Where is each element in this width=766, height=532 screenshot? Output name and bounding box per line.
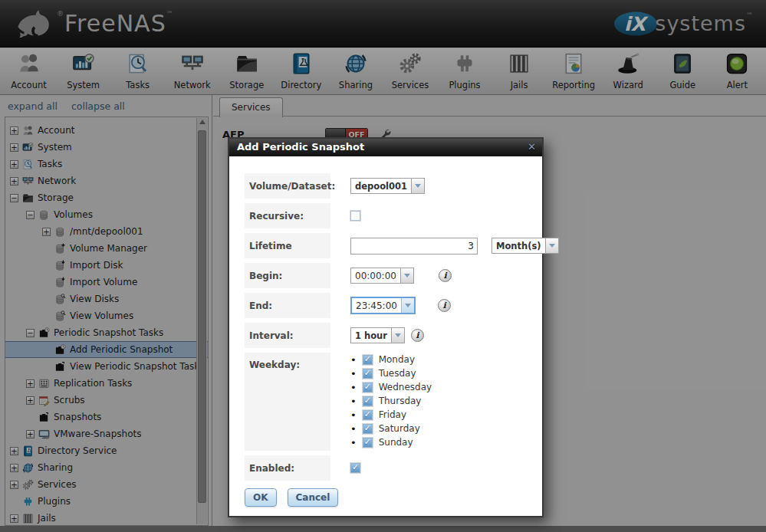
add-periodic-snapshot-dialog: Add Periodic Snapshot ✕ Volume/Dataset: … xyxy=(228,137,544,517)
dropdown-button[interactable] xyxy=(545,238,558,253)
begin-time-select[interactable]: 00:00:00 xyxy=(350,268,414,284)
dropdown-button[interactable] xyxy=(400,268,413,283)
bullet: • xyxy=(350,396,357,406)
weekday-list: •Monday•Tuesday•Wednesday•Thursday•Frida… xyxy=(350,354,432,451)
weekday-checkbox-tuesday[interactable] xyxy=(363,369,373,379)
selected-value: 1 hour xyxy=(351,328,391,343)
weekday-item-friday: •Friday xyxy=(350,409,432,420)
field-label: Enabled: xyxy=(245,455,330,481)
dropdown-button[interactable] xyxy=(411,179,424,193)
field-label: Begin: xyxy=(245,263,330,288)
field-row-lifetime: Lifetime Month(s) xyxy=(245,233,531,258)
info-icon[interactable]: i xyxy=(411,329,424,342)
field-label: End: xyxy=(245,293,330,318)
chevron-down-icon xyxy=(415,184,421,188)
bullet: • xyxy=(350,424,357,434)
bullet: • xyxy=(350,438,357,448)
weekday-label: Monday xyxy=(379,354,415,365)
chevron-down-icon xyxy=(395,333,401,337)
info-icon[interactable]: i xyxy=(439,269,452,282)
interval-select[interactable]: 1 hour xyxy=(350,327,405,343)
bullet: • xyxy=(350,383,357,392)
volume-dataset-select[interactable]: depool001 xyxy=(350,178,425,194)
ok-button[interactable]: OK xyxy=(245,488,277,507)
weekday-item-wednesday: •Wednesday xyxy=(350,382,432,392)
dialog-title: Add Periodic Snapshot xyxy=(237,141,364,153)
field-row-volume-dataset: Volume/Dataset: depool001 xyxy=(245,173,531,199)
dropdown-button[interactable] xyxy=(401,298,414,313)
end-time-select[interactable]: 23:45:00 xyxy=(350,297,416,314)
field-row-begin: Begin: 00:00:00 i xyxy=(245,263,531,288)
weekday-label: Friday xyxy=(379,409,406,420)
weekday-checkbox-sunday[interactable] xyxy=(363,438,373,448)
lifetime-input[interactable] xyxy=(350,238,478,255)
recursive-checkbox[interactable] xyxy=(350,211,360,221)
weekday-label: Wednesday xyxy=(379,382,432,392)
weekday-checkbox-friday[interactable] xyxy=(363,410,373,420)
chevron-down-icon xyxy=(549,244,555,248)
lifetime-unit-select[interactable]: Month(s) xyxy=(491,238,559,254)
weekday-item-tuesday: •Tuesday xyxy=(350,368,432,379)
field-label: Volume/Dataset: xyxy=(245,173,330,199)
field-label: Interval: xyxy=(245,323,330,348)
weekday-item-monday: •Monday xyxy=(350,354,432,365)
weekday-label: Thursday xyxy=(379,396,422,406)
field-row-end: End: 23:45:00 i xyxy=(245,293,531,318)
weekday-checkbox-wednesday[interactable] xyxy=(363,383,373,392)
freenas-app: ®FreeNAS™ iX systems™ AccountSystemTasks… xyxy=(0,0,766,532)
weekday-item-saturday: •Saturday xyxy=(350,423,432,434)
field-label: Recursive: xyxy=(245,203,330,228)
dialog-titlebar[interactable]: Add Periodic Snapshot ✕ xyxy=(229,139,542,156)
dialog-buttons: OK Cancel xyxy=(245,488,531,507)
field-row-interval: Interval: 1 hour i xyxy=(245,323,531,348)
enabled-checkbox[interactable] xyxy=(350,463,360,473)
chevron-down-icon xyxy=(405,304,411,307)
dialog-body: Volume/Dataset: depool001 Recursive: Lif… xyxy=(229,156,542,516)
field-row-enabled: Enabled: xyxy=(245,455,531,481)
bullet: • xyxy=(350,410,357,420)
weekday-label: Sunday xyxy=(379,437,413,448)
close-icon[interactable]: ✕ xyxy=(528,141,536,153)
weekday-checkbox-thursday[interactable] xyxy=(363,396,373,406)
weekday-label: Saturday xyxy=(379,423,420,434)
field-label: Weekday: xyxy=(245,353,330,451)
weekday-checkbox-monday[interactable] xyxy=(363,355,373,365)
field-label: Lifetime xyxy=(245,233,330,258)
bullet: • xyxy=(350,355,357,365)
cancel-button[interactable]: Cancel xyxy=(288,488,339,507)
weekday-checkbox-saturday[interactable] xyxy=(363,424,373,434)
selected-value: depool001 xyxy=(351,179,411,193)
weekday-label: Tuesday xyxy=(379,368,416,379)
dropdown-button[interactable] xyxy=(391,328,404,343)
weekday-item-sunday: •Sunday xyxy=(350,437,432,448)
selected-value: 23:45:00 xyxy=(352,298,401,313)
field-row-recursive: Recursive: xyxy=(245,203,531,228)
info-icon[interactable]: i xyxy=(438,299,451,312)
bullet: • xyxy=(350,369,357,379)
selected-value: 00:00:00 xyxy=(351,268,400,283)
weekday-item-thursday: •Thursday xyxy=(350,396,432,406)
field-row-weekday: Weekday: •Monday•Tuesday•Wednesday•Thurs… xyxy=(245,353,531,451)
chevron-down-icon xyxy=(404,274,410,277)
selected-value: Month(s) xyxy=(492,238,545,253)
